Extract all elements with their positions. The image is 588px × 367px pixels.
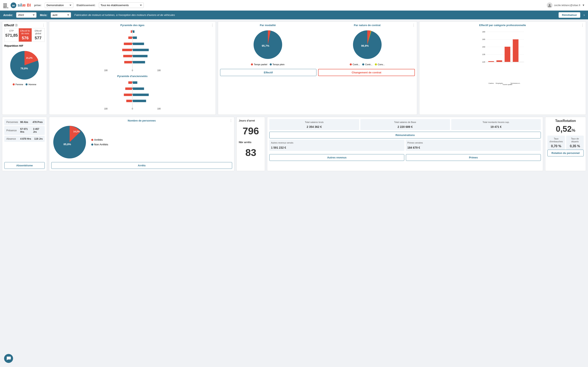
primes-button[interactable]: Primes: [406, 154, 541, 161]
svg-rect-38: [124, 94, 132, 96]
rotation-button[interactable]: Rotation du personnel: [547, 150, 584, 156]
svg-text:Employés: Employés: [496, 82, 503, 84]
svg-text:150: 150: [482, 46, 485, 48]
effectif-title: Effectif: [4, 24, 14, 27]
svg-rect-26: [131, 30, 132, 33]
svg-rect-64: [513, 39, 519, 62]
reset-button[interactable]: Réinitialiser: [559, 12, 580, 18]
etablissement-label: Etablissement:: [77, 4, 95, 7]
contrats-dots[interactable]: ⋮: [412, 23, 415, 27]
svg-text:78,8%: 78,8%: [20, 67, 28, 70]
jours-label: Jours d'arret: [239, 119, 263, 122]
total-bruts-box: Total salaires bruts 2 354 362 €: [269, 119, 359, 130]
annee-select[interactable]: 2022: [16, 12, 36, 18]
effectif-header: Effectif ?: [4, 24, 45, 27]
effectif-button[interactable]: Effectif: [220, 69, 316, 76]
absence-hrs: 4 870 Hrs: [20, 137, 31, 140]
departs-label: Taux de départs: [568, 137, 582, 143]
presence-hrs: 57 071 Hrs: [20, 128, 31, 133]
categorie-title: Effectif par catégorie professionnelle: [421, 24, 584, 27]
categorie-dots[interactable]: ⋮: [581, 23, 584, 27]
description-text: Fabrication de moteurs et turbines, à l'…: [74, 13, 555, 17]
svg-rect-58: [488, 61, 494, 62]
total-base-label: Total salaires de Base: [362, 121, 448, 124]
repartition-dots[interactable]: ⋮: [42, 23, 45, 27]
svg-rect-22: [124, 43, 132, 45]
jours-arret-card: Jours d'arret 796 Nbr arrêts 83: [236, 117, 265, 171]
changement-contrat-button[interactable]: Changement de contrat: [318, 69, 415, 76]
homme-dot: [26, 83, 27, 85]
enterprise-select[interactable]: Demonstration: [45, 2, 73, 8]
svg-text:0: 0: [132, 69, 133, 72]
taux-rotation-value: 0,52%: [547, 124, 584, 133]
taux-card: TauxRotation 0,52% Taux d'embauches 0,70…: [545, 117, 586, 171]
nb-personnes-dots[interactable]: ⋮: [229, 119, 233, 123]
total-bruts-label: Total salaires bruts: [271, 121, 357, 124]
autres-revenus-button[interactable]: Autres revenus: [269, 154, 404, 161]
salaires-grid: Total salaires bruts 2 354 362 € Total s…: [269, 119, 541, 130]
svg-rect-36: [126, 100, 132, 102]
contrats-charts: Par modalité 95,7% Temps partiel: [220, 24, 415, 66]
user-avatar: [547, 2, 553, 8]
svg-text:ae: ae: [12, 4, 15, 7]
nature-section: Par nature de contrat 96,9% Contr...: [320, 24, 415, 66]
main-content: Effectif ? ETP 571,85 Effectif fin de mo…: [0, 19, 588, 173]
svg-rect-41: [133, 87, 144, 90]
help-icon[interactable]: ?: [15, 24, 18, 27]
contrats-card: ⋮ Par modalité 95,7% Temps partiel: [218, 21, 417, 115]
total-base-value: 2 220 689 €: [362, 125, 448, 128]
embauches-label: Taux d'embauches: [549, 137, 563, 143]
total-bruts-value: 2 354 362 €: [271, 125, 357, 128]
svg-text:100: 100: [104, 69, 108, 72]
plein-dot: [270, 63, 272, 66]
svg-text:0: 0: [132, 108, 133, 110]
pyramides-dots[interactable]: ⋮: [211, 23, 214, 27]
nb-personnes-legend: Arrêtés Non Arrêtés: [91, 138, 108, 146]
collapse-icon[interactable]: ›: [584, 13, 585, 17]
svg-text:135: 135: [482, 53, 485, 55]
contr1-legend: Contr...: [350, 63, 360, 66]
femme-label: Femme: [16, 83, 23, 86]
menu-button[interactable]: Menu: [3, 3, 7, 7]
pyramide-ages-title: Pyramide des âges: [51, 24, 214, 27]
fin-mois-col: Effectif fin de mois 576: [19, 28, 32, 42]
etablissement-select[interactable]: Tous les établissements: [99, 2, 144, 8]
logo: ae silæ BI: [10, 2, 31, 8]
pyramide-anciennete-title: Pyramide d'anciennetés: [51, 75, 214, 78]
nature-title: Par nature de contrat: [320, 24, 415, 27]
departs-box: Taux de départs 0,35 %: [566, 136, 584, 150]
svg-rect-40: [125, 87, 132, 90]
plein-label: Temps plein: [273, 63, 285, 66]
fin-mois-value: 576: [20, 36, 31, 40]
homme-legend: Homme: [26, 83, 36, 86]
autres-revenus-box: Autres revenus versés 1 591 232 €: [269, 140, 405, 151]
mois-select[interactable]: avril: [51, 12, 71, 18]
non-arrete-label: Non Arrêtés: [94, 143, 108, 146]
absenteisme-stats: Personnes 98 Abs 478 Pres Présence 57 07…: [4, 119, 45, 143]
absenteisme-button[interactable]: Absentéisme: [4, 162, 45, 169]
remunerations-button[interactable]: Rémunérations: [269, 132, 541, 138]
modalite-legend: Temps partiel Temps plein: [220, 63, 315, 66]
repartition-title: Répartition H/F: [4, 44, 45, 47]
contr2-legend: Contr...: [362, 63, 372, 66]
repartition-pie: 78,8% 21,2% Femme Homme: [4, 49, 45, 86]
svg-text:96,9%: 96,9%: [361, 44, 369, 47]
non-arrete-legend: Non Arrêtés: [91, 143, 108, 146]
effectif-card: Effectif ? ETP 571,85 Effectif fin de mo…: [2, 21, 47, 115]
svg-text:14,2%: 14,2%: [73, 130, 80, 133]
svg-text:Ouvrier qualifié: Ouvrier qualifié: [503, 84, 512, 85]
menu-label: Menu: [3, 7, 7, 7]
svg-rect-27: [133, 30, 135, 33]
femme-legend: Femme: [13, 83, 23, 86]
presence-jrs: 3 457 Jrs: [33, 128, 43, 133]
user-area: cecile.leblanc@silae.fr ▼: [547, 2, 585, 8]
arrets-button[interactable]: Arrêts: [51, 162, 232, 169]
user-dropdown-icon[interactable]: ▼: [582, 4, 585, 7]
nb-personnes-card: ⋮ Nombre de personnes 85,8% 14,2% Arrêté…: [49, 117, 234, 171]
effectif-grid: ETP 571,85 Effectif fin de mois 576 Effe…: [4, 28, 45, 42]
revenus-buttons: Autres revenus Primes: [269, 152, 541, 161]
presence-stat: Présence 57 071 Hrs 3 457 Jrs: [4, 126, 45, 135]
pyramide-ages-svg: 70 60 50 40 30 20 100 0 100: [51, 28, 214, 73]
contr2-dot: [362, 63, 364, 66]
svg-rect-18: [123, 55, 132, 57]
